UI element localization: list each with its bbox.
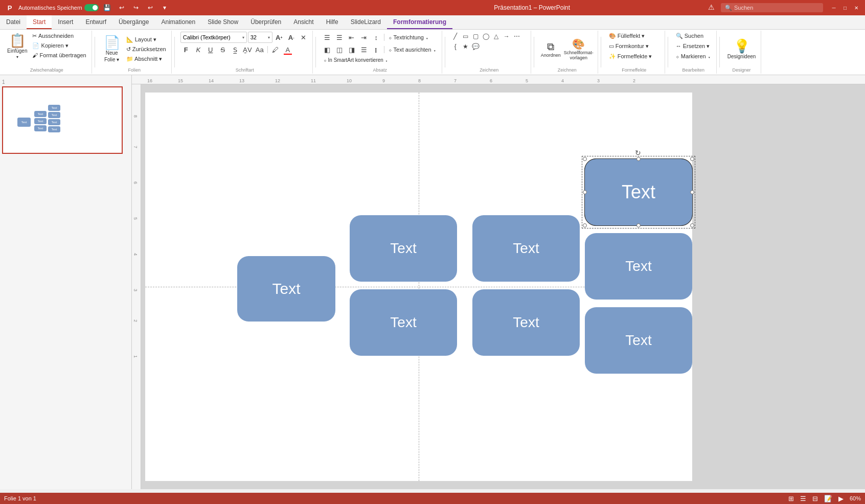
tab-datei[interactable]: Datei: [0, 15, 27, 29]
ersetzen-button[interactable]: ↔ Ersetzen ▾: [674, 42, 712, 51]
underline-button[interactable]: U: [205, 44, 216, 55]
kopieren-button[interactable]: 📄 Kopieren ▾: [30, 41, 88, 50]
italic-button[interactable]: K: [193, 44, 204, 55]
tab-uebergaenge[interactable]: Übergänge: [112, 15, 155, 29]
font-selector[interactable]: Calibri (Textkörper) ▾: [180, 32, 247, 43]
view-normal-button[interactable]: ⊞: [788, 495, 794, 502]
font-size-selector[interactable]: 32 ▾: [248, 32, 272, 43]
shape-right-lower[interactable]: Text: [472, 289, 580, 356]
rotate-handle[interactable]: ↻: [635, 149, 642, 156]
shape-bracket-icon[interactable]: {: [451, 42, 460, 51]
textrichtung-button[interactable]: ⬦ Textrichtung ▾: [386, 33, 431, 41]
view-sorter-button[interactable]: ⊟: [812, 495, 818, 502]
case-button[interactable]: Aa: [254, 44, 265, 55]
font-shrink-button[interactable]: A-: [286, 32, 297, 43]
shape-star-icon[interactable]: ★: [461, 42, 470, 51]
indent-less-button[interactable]: ⇤: [346, 32, 357, 43]
handle-tl[interactable]: [583, 157, 587, 161]
tab-ansicht[interactable]: Ansicht: [287, 15, 320, 29]
formeffekte-button[interactable]: ✨ Formeffekte ▾: [607, 52, 654, 61]
shape-right-upper[interactable]: Text: [472, 215, 580, 282]
tab-start[interactable]: Start: [27, 15, 52, 29]
view-reading-button[interactable]: ▶: [838, 495, 844, 502]
abschnitt-button[interactable]: 📁 Abschnitt ▾: [124, 55, 168, 63]
shape-callout-icon[interactable]: 💬: [471, 42, 481, 51]
view-notes-button[interactable]: 📝: [824, 495, 832, 502]
neue-folie-button[interactable]: 📄 Neue Folie ▾: [101, 34, 123, 64]
handle-tm[interactable]: [636, 157, 641, 161]
align-right-button[interactable]: ◨: [346, 44, 357, 55]
shape-far-right-mid[interactable]: Text: [585, 233, 692, 300]
tab-formformat[interactable]: Formformatierung: [387, 15, 452, 29]
strikethrough-button[interactable]: S: [217, 44, 229, 55]
close-button[interactable]: ✕: [852, 3, 861, 12]
search-box[interactable]: 🔍 Suchen: [721, 3, 823, 12]
minimize-button[interactable]: ─: [829, 3, 838, 12]
tab-hilfe[interactable]: Hilfe: [320, 15, 345, 29]
shape-left-large[interactable]: Text: [237, 256, 335, 322]
maximize-button[interactable]: □: [840, 3, 850, 12]
handle-bl[interactable]: [583, 223, 587, 227]
shape-rounded-rect-icon[interactable]: ▢: [471, 32, 481, 41]
autosave-toggle[interactable]: [84, 4, 99, 11]
line-spacing-button[interactable]: ↕: [371, 32, 382, 43]
einfuegen-button[interactable]: 📋 Einfügen ▾: [5, 32, 29, 61]
shadow-button[interactable]: S̲: [230, 44, 241, 55]
tab-slidelizard[interactable]: SlideLizard: [345, 15, 387, 29]
font-grow-button[interactable]: A+: [274, 32, 285, 43]
shape-mid-lower-left[interactable]: Text: [350, 289, 457, 356]
undo-button[interactable]: ↩: [116, 2, 127, 13]
smartart-button[interactable]: ⬦ In SmartArt konvertieren ▾: [322, 56, 390, 64]
shape-mid-upper-left[interactable]: Text: [350, 215, 457, 282]
fuelleffekt-button[interactable]: 🎨 Fülleffekt ▾: [607, 32, 647, 40]
text-ausrichten-button[interactable]: ⬦ Text ausrichten ▾: [386, 45, 439, 54]
handle-mr[interactable]: [690, 190, 694, 194]
shape-arrow-icon[interactable]: →: [502, 32, 511, 41]
indent-more-button[interactable]: ⇥: [358, 32, 370, 43]
save-button[interactable]: 💾: [102, 2, 113, 13]
slide-thumbnail[interactable]: Text Text Text Text Text Text Text Text: [2, 86, 123, 154]
shape-far-right-top[interactable]: ↻ Text: [585, 159, 692, 225]
formkontur-button[interactable]: ▭ Formkontur ▾: [607, 42, 651, 51]
tab-animationen[interactable]: Animationen: [155, 15, 201, 29]
shape-oval-icon[interactable]: ◯: [482, 32, 491, 41]
ausschneiden-button[interactable]: ✂ Ausschneiden: [30, 32, 88, 40]
anordnen-button[interactable]: ⧉ Anordnen: [540, 40, 562, 59]
slide-canvas[interactable]: Text Text Text Text: [145, 93, 692, 481]
tab-ueberpruefen[interactable]: Überprüfen: [244, 15, 287, 29]
markieren-button[interactable]: ⬦ Markieren ▾: [674, 52, 713, 60]
format-uebertragen-button[interactable]: 🖌 Format übertragen: [30, 51, 88, 59]
suchen-button[interactable]: 🔍 Suchen: [674, 32, 705, 40]
schnellformat-button[interactable]: 🎨 Schnellformat-vorlagen: [563, 37, 595, 61]
bullets-button[interactable]: ☰: [322, 32, 333, 43]
tab-entwurf[interactable]: Entwurf: [79, 15, 112, 29]
clear-format-button[interactable]: ✕: [298, 32, 309, 43]
shape-more-icon[interactable]: ⋯: [512, 32, 521, 41]
redo-button[interactable]: ↪: [130, 2, 142, 13]
handle-tr[interactable]: [690, 157, 694, 161]
customize-qat-button[interactable]: ▾: [159, 2, 170, 13]
char-spacing-button[interactable]: A̱V: [242, 44, 253, 55]
shape-line-icon[interactable]: ╱: [451, 32, 460, 41]
columns-button[interactable]: ⫿: [371, 44, 382, 55]
align-left-button[interactable]: ◧: [322, 44, 333, 55]
repeat-button[interactable]: ↩: [145, 2, 156, 13]
tab-insert[interactable]: Insert: [52, 15, 79, 29]
handle-bm[interactable]: [636, 223, 641, 227]
shape-far-right-low[interactable]: Text: [585, 307, 692, 374]
bold-button[interactable]: F: [180, 44, 192, 55]
zuruecksetzen-button[interactable]: ↺ Zurücksetzen: [124, 45, 168, 54]
justify-button[interactable]: ☰: [358, 44, 370, 55]
handle-ml[interactable]: [583, 190, 587, 194]
align-center-button[interactable]: ◫: [334, 44, 345, 55]
view-outline-button[interactable]: ☰: [800, 495, 806, 502]
layout-button[interactable]: 📐 Layout ▾: [124, 35, 168, 44]
shape-triangle-icon[interactable]: △: [492, 32, 501, 41]
font-color-button[interactable]: A: [282, 44, 293, 55]
tab-slideshow[interactable]: Slide Show: [201, 15, 244, 29]
designideen-button[interactable]: 💡 Designideen: [725, 37, 758, 61]
numbering-button[interactable]: ☰: [334, 32, 345, 43]
handle-br[interactable]: [690, 223, 694, 227]
shape-rect-icon[interactable]: ▭: [461, 32, 470, 41]
highlight-button[interactable]: 🖊: [270, 44, 281, 55]
